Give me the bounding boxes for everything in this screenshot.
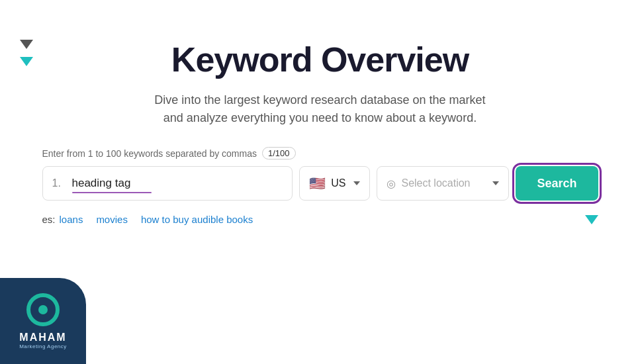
logo-watermark: MAHAM Marketing Agency: [0, 278, 86, 364]
logo-inner-dot: [38, 305, 48, 314]
location-pin-icon: ◎: [387, 177, 396, 190]
keyword-hint: Enter from 1 to 100 keywords separated b…: [42, 147, 296, 159]
page-title: Keyword Overview: [154, 40, 485, 79]
trending-chevron-icon: [585, 215, 598, 224]
trending-link-movies[interactable]: movies: [96, 214, 128, 225]
search-row: 1. 🇺🇸 US ◎ Select location Search: [42, 166, 598, 201]
subtitle-line2: and analyze everything you need to know …: [163, 111, 477, 124]
page-container: Keyword Overview Dive into the largest k…: [0, 0, 640, 364]
trending-link-loans[interactable]: loans: [60, 214, 83, 225]
location-placeholder: Select location: [401, 177, 484, 189]
hint-text: Enter from 1 to 100 keywords separated b…: [42, 148, 257, 159]
trending-link-audible[interactable]: how to buy audible books: [141, 214, 253, 225]
chevron-teal-icon: [20, 57, 33, 66]
logo-tagline: Marketing Agency: [19, 343, 67, 349]
keyword-counter: 1/100: [262, 147, 296, 159]
keyword-input[interactable]: [72, 177, 283, 190]
trending-links: loans movies how to buy audible books: [60, 214, 253, 225]
location-dropdown-arrow-icon: [492, 181, 499, 185]
keyword-input-wrapper: 1.: [42, 166, 293, 201]
search-section: Enter from 1 to 100 keywords separated b…: [23, 147, 618, 201]
keyword-number: 1.: [52, 177, 66, 189]
logo-circle: [26, 293, 60, 326]
keyword-underline: [72, 192, 152, 193]
trending-row: es: loans movies how to buy audible book…: [23, 214, 618, 225]
country-select[interactable]: 🇺🇸 US: [299, 166, 370, 201]
country-label: US: [331, 177, 345, 189]
side-chevrons: [20, 40, 33, 66]
subtitle: Dive into the largest keyword research d…: [154, 91, 485, 127]
flag-icon: 🇺🇸: [309, 175, 326, 191]
logo-brand: MAHAM: [19, 332, 66, 343]
country-dropdown-arrow-icon: [353, 181, 360, 185]
trending-label: es:: [42, 214, 56, 225]
location-select[interactable]: ◎ Select location: [377, 166, 509, 201]
chevron-dark-icon: [20, 40, 33, 49]
search-button[interactable]: Search: [516, 166, 598, 201]
title-section: Keyword Overview Dive into the largest k…: [154, 40, 485, 127]
subtitle-line1: Dive into the largest keyword research d…: [154, 93, 485, 107]
